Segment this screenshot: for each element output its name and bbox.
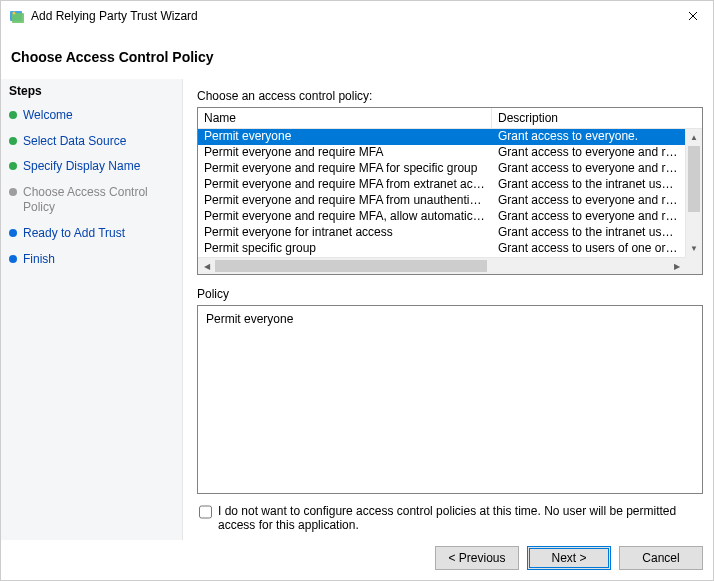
scroll-down-icon[interactable]: ▼ [686, 240, 702, 257]
skip-config-checkbox[interactable] [199, 505, 212, 519]
policy-row[interactable]: Permit everyone Grant access to everyone… [198, 129, 685, 145]
policy-preview-label: Policy [197, 275, 703, 305]
policy-name: Permit specific group [198, 241, 492, 257]
close-button[interactable] [673, 1, 713, 31]
step-bullet-icon [9, 188, 17, 196]
wizard-body: Steps Welcome Select Data Source Specify… [1, 79, 713, 540]
content-panel: Choose an access control policy: Name De… [183, 79, 713, 540]
step-bullet-icon [9, 255, 17, 263]
policy-preview: Permit everyone [197, 305, 703, 494]
policy-description: Grant access to everyone and requir [492, 209, 685, 225]
step-label: Welcome [23, 108, 73, 124]
column-header-description[interactable]: Description [492, 108, 702, 128]
window-title: Add Relying Party Trust Wizard [31, 9, 198, 23]
scroll-right-icon[interactable]: ▶ [668, 258, 685, 274]
horizontal-scrollbar[interactable]: ◀ ▶ [198, 257, 685, 274]
policy-description: Grant access to users of one or more [492, 241, 685, 257]
column-header-name[interactable]: Name [198, 108, 492, 128]
policy-description: Grant access to everyone. [492, 129, 685, 145]
policy-row[interactable]: Permit everyone and require MFA from una… [198, 193, 685, 209]
policy-description: Grant access to the intranet users an [492, 177, 685, 193]
policy-name: Permit everyone and require MFA from ext… [198, 177, 492, 193]
step-welcome[interactable]: Welcome [1, 103, 182, 129]
skip-config-row[interactable]: I do not want to configure access contro… [197, 494, 703, 540]
step-bullet-icon [9, 229, 17, 237]
previous-button[interactable]: < Previous [435, 546, 519, 570]
scroll-thumb[interactable] [688, 146, 700, 212]
policy-name: Permit everyone and require MFA for spec… [198, 161, 492, 177]
step-select-data-source[interactable]: Select Data Source [1, 129, 182, 155]
step-label: Choose Access Control Policy [23, 185, 174, 216]
policy-list: Name Description Permit everyone Grant a… [197, 107, 703, 275]
scroll-thumb[interactable] [215, 260, 487, 272]
step-label: Ready to Add Trust [23, 226, 125, 242]
policy-description: Grant access to everyone and requir [492, 145, 685, 161]
scroll-left-icon[interactable]: ◀ [198, 258, 215, 274]
policy-name: Permit everyone and require MFA [198, 145, 492, 161]
page-heading: Choose Access Control Policy [1, 31, 713, 79]
scroll-track[interactable] [215, 258, 668, 274]
step-ready-to-add-trust[interactable]: Ready to Add Trust [1, 221, 182, 247]
policy-list-header: Name Description [198, 108, 702, 129]
policy-row[interactable]: Permit everyone and require MFA from ext… [198, 177, 685, 193]
step-choose-access-control-policy: Choose Access Control Policy [1, 180, 182, 221]
policy-row[interactable]: Permit specific group Grant access to us… [198, 241, 685, 257]
app-icon [9, 8, 25, 24]
steps-panel: Steps Welcome Select Data Source Specify… [1, 79, 183, 540]
vertical-scrollbar[interactable]: ▲ ▼ [685, 129, 702, 257]
policy-row[interactable]: Permit everyone and require MFA for spec… [198, 161, 685, 177]
step-label: Finish [23, 252, 55, 268]
titlebar: Add Relying Party Trust Wizard [1, 1, 713, 31]
policy-description: Grant access to everyone and requir [492, 161, 685, 177]
svg-point-2 [13, 12, 16, 15]
step-finish[interactable]: Finish [1, 247, 182, 273]
scroll-corner [685, 257, 702, 274]
policy-list-body: Permit everyone Grant access to everyone… [198, 129, 702, 274]
step-specify-display-name[interactable]: Specify Display Name [1, 154, 182, 180]
policy-name: Permit everyone [198, 129, 492, 145]
step-label: Select Data Source [23, 134, 126, 150]
policy-description: Grant access to everyone and requir [492, 193, 685, 209]
scroll-track[interactable] [686, 146, 702, 240]
steps-title: Steps [1, 79, 182, 103]
scroll-up-icon[interactable]: ▲ [686, 129, 702, 146]
policy-name: Permit everyone and require MFA, allow a… [198, 209, 492, 225]
wizard-window: Add Relying Party Trust Wizard Choose Ac… [0, 0, 714, 581]
policy-row[interactable]: Permit everyone for intranet access Gran… [198, 225, 685, 241]
policy-description: Grant access to the intranet users. [492, 225, 685, 241]
policy-preview-text: Permit everyone [206, 312, 293, 326]
cancel-button[interactable]: Cancel [619, 546, 703, 570]
button-row: < Previous Next > Cancel [1, 540, 713, 580]
policy-name: Permit everyone for intranet access [198, 225, 492, 241]
policy-row[interactable]: Permit everyone and require MFA Grant ac… [198, 145, 685, 161]
policy-row[interactable]: Permit everyone and require MFA, allow a… [198, 209, 685, 225]
step-bullet-icon [9, 137, 17, 145]
svg-rect-1 [12, 13, 24, 23]
policy-name: Permit everyone and require MFA from una… [198, 193, 492, 209]
step-label: Specify Display Name [23, 159, 140, 175]
next-button[interactable]: Next > [527, 546, 611, 570]
step-bullet-icon [9, 162, 17, 170]
choose-policy-label: Choose an access control policy: [197, 85, 703, 107]
skip-config-label: I do not want to configure access contro… [218, 504, 701, 532]
step-bullet-icon [9, 111, 17, 119]
